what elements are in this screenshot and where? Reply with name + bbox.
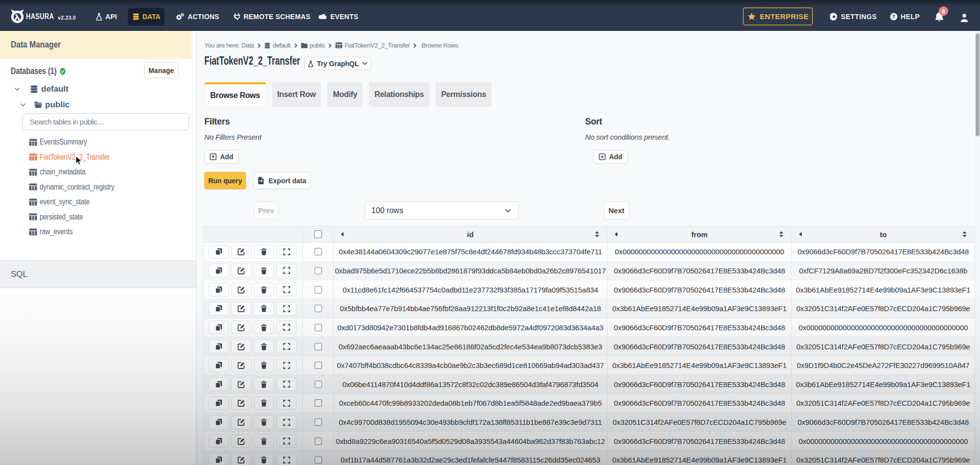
svg-text:?: ? — [892, 14, 896, 20]
